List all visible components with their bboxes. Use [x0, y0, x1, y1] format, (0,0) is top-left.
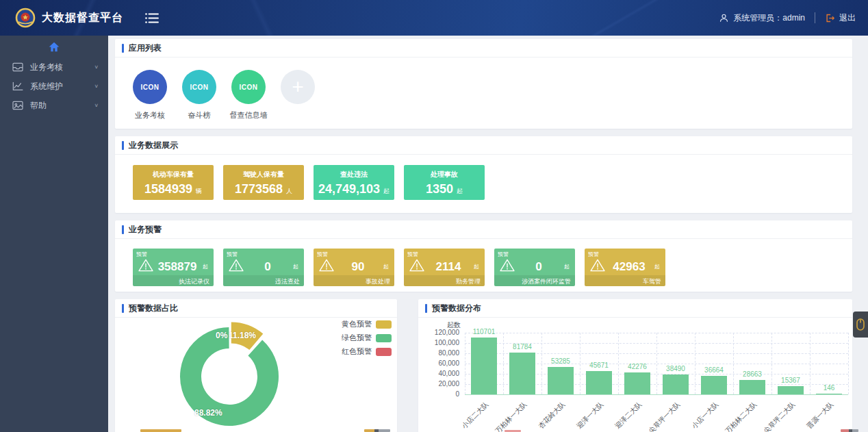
x-tick-label: 迎泽一大队 — [564, 400, 606, 432]
user-label: 系统管理员：admin — [733, 12, 805, 24]
bar[interactable] — [701, 376, 727, 394]
warning-mid-row: 358879起 — [133, 259, 214, 275]
menu-toggle-icon[interactable] — [145, 13, 159, 23]
accent-bar — [122, 44, 124, 53]
chevron-down-icon: ∨ — [94, 64, 99, 70]
brand: 大数据督查平台 — [15, 8, 123, 28]
logout-icon — [825, 13, 835, 23]
warning-count: 0 — [244, 260, 292, 274]
warning-badge: 预警 — [227, 251, 238, 258]
donut-chart: 0% 11.18% 88.82% 黄色预警绿色预警红色预警 — [115, 318, 397, 432]
legend-item[interactable]: 绿色预警 — [342, 333, 392, 343]
sidebar-item-1[interactable]: 业务考核∨ — [0, 58, 108, 77]
x-tick-label: 杏花岭大队 — [526, 400, 567, 432]
app-caption: 督查信息墙 — [230, 110, 268, 120]
donut-slice-green[interactable] — [191, 338, 268, 416]
bar-value-label: 15367 — [766, 377, 815, 384]
warning-card: 预警358879起执法记录仪 — [133, 249, 214, 286]
section-title: 应用列表 — [129, 42, 162, 54]
x-tick-label: 迎泽二大队 — [602, 400, 644, 432]
police-badge-logo — [15, 8, 36, 28]
warning-unit: 起 — [203, 263, 208, 270]
accent-bar — [122, 141, 124, 150]
cutoff-content-fragment — [140, 429, 181, 432]
app-shortcut[interactable]: ICON督查信息墙 — [231, 70, 266, 120]
section-head: 应用列表 — [115, 39, 852, 58]
app-list: ICON业务考核ICON奋斗榜ICON督查信息墙+ — [115, 58, 852, 129]
warning-mid-row: 2114起 — [404, 259, 485, 275]
logout-button[interactable]: 退出 — [825, 12, 856, 24]
floating-widget-button[interactable] — [853, 312, 868, 338]
charts-row: 预警数据占比 0% 11.18% 88.82% 黄色预警绿色预警 — [115, 299, 852, 432]
warning-triangle-icon — [138, 259, 153, 275]
section-business-warning: 业务预警 预警358879起执法记录仪预警0起违法查处预警90起事故处理预警21… — [115, 220, 852, 292]
sidebar-home-button[interactable] — [0, 36, 108, 58]
section-app-list: 应用列表 ICON业务考核ICON奋斗榜ICON督查信息墙+ — [115, 39, 852, 129]
header-right-group: 系统管理员：admin 退出 — [719, 12, 856, 24]
bar[interactable] — [548, 367, 574, 394]
accent-bar — [122, 304, 124, 313]
sidebar-item-3[interactable]: 帮助∨ — [0, 96, 108, 115]
warning-category: 涉酒案件闭环监管 — [494, 275, 575, 286]
stat-label: 查处违法 — [314, 170, 394, 179]
donut-legend: 黄色预警绿色预警红色预警 — [342, 319, 392, 360]
header-divider — [815, 12, 815, 23]
app-icon: ICON — [182, 70, 216, 104]
y-tick-label: 120,000 — [424, 329, 459, 336]
legend-item[interactable]: 红色预警 — [342, 346, 392, 357]
legend-item[interactable]: 黄色预警 — [342, 319, 392, 329]
warning-unit: 起 — [474, 263, 479, 270]
bar[interactable] — [816, 394, 842, 394]
inbox-icon — [12, 62, 24, 73]
sidebar-item-label: 帮助 — [30, 100, 94, 112]
warning-badge: 预警 — [317, 251, 328, 258]
sidebar-item-2[interactable]: 系统维护∨ — [0, 77, 108, 96]
x-tick-label: 万柏林二大队 — [717, 400, 759, 432]
section-head: 预警数据分布 — [418, 299, 852, 318]
bar[interactable] — [509, 353, 535, 394]
warning-triangle-icon — [409, 259, 424, 275]
current-user[interactable]: 系统管理员：admin — [719, 12, 805, 24]
bar[interactable] — [739, 380, 765, 394]
section-title: 预警数据分布 — [432, 303, 481, 314]
warning-triangle-icon — [590, 259, 605, 275]
bar[interactable] — [586, 371, 612, 394]
app-shortcut[interactable]: ICON业务考核 — [133, 70, 167, 120]
legend-label: 黄色预警 — [342, 319, 372, 329]
warning-count: 358879 — [153, 260, 201, 274]
legend-swatch — [376, 334, 392, 342]
sidebar-menu: 业务考核∨系统维护∨帮助∨ — [0, 58, 108, 115]
app-shortcut[interactable]: ICON奋斗榜 — [182, 70, 216, 120]
bar[interactable] — [624, 372, 650, 394]
section-warning-distribution: 预警数据分布 起数020,00040,00060,00080,000100,00… — [418, 299, 852, 432]
warning-unit: 起 — [654, 263, 660, 270]
donut-label-red: 0% — [216, 331, 227, 340]
bar[interactable] — [471, 338, 497, 394]
warning-card: 预警0起涉酒案件闭环监管 — [494, 249, 575, 286]
bar[interactable] — [778, 386, 804, 394]
stat-card: 查处违法24,749,103 起 — [314, 165, 394, 200]
stat-value: 1773568 人 — [223, 183, 304, 195]
chevron-down-icon: ∨ — [94, 84, 99, 89]
y-tick-label: 40,000 — [424, 370, 459, 377]
section-warning-ratio: 预警数据占比 0% 11.18% 88.82% 黄色预警绿色预警 — [115, 299, 397, 432]
accent-bar — [425, 304, 427, 313]
bar[interactable] — [663, 374, 689, 394]
stat-card: 驾驶人保有量1773568 人 — [223, 165, 304, 200]
app-icon: ICON — [231, 70, 266, 104]
add-app-button[interactable]: + — [281, 70, 315, 104]
stat-card: 机动车保有量1584939 辆 — [133, 165, 214, 200]
stat-unit: 起 — [383, 188, 390, 194]
x-axis-line — [465, 394, 848, 395]
legend-swatch — [376, 348, 392, 356]
v-gridline — [503, 333, 504, 394]
section-head: 预警数据占比 — [115, 299, 397, 318]
stat-unit: 人 — [286, 188, 292, 194]
v-gridline — [695, 333, 695, 394]
mouse-icon — [856, 318, 865, 331]
warning-badge: 预警 — [498, 251, 509, 258]
warning-unit: 起 — [383, 263, 389, 270]
stat-card-row: 机动车保有量1584939 辆驾驶人保有量1773568 人查处违法24,749… — [115, 155, 852, 213]
warning-card: 预警90起事故处理 — [314, 249, 394, 286]
warning-category: 事故处理 — [314, 275, 394, 286]
